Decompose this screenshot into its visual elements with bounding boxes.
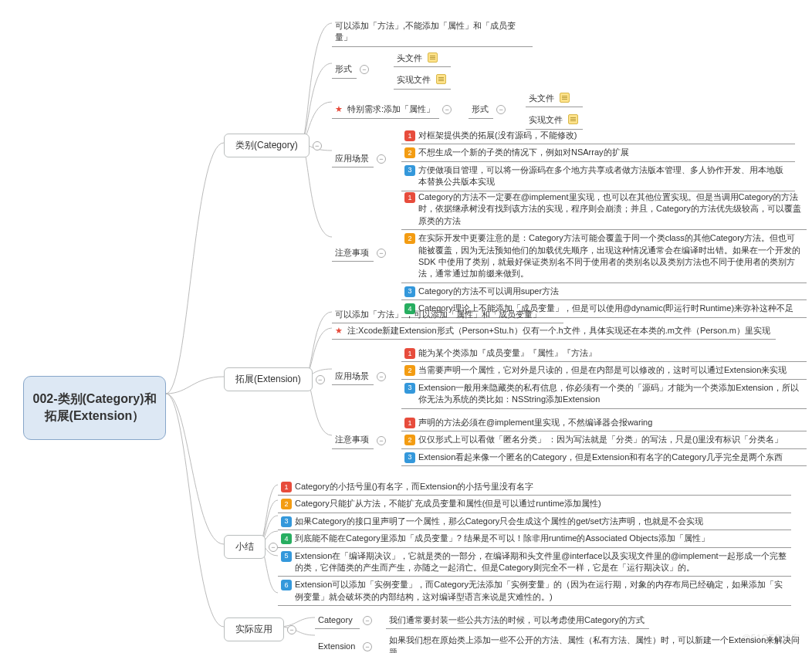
notes-label: 注意事项 <box>332 245 374 262</box>
section-summary[interactable]: 小结 <box>224 535 266 559</box>
summary-item: 6Extension可以添加「实例变量」，而Category无法添加「实例变量」… <box>278 577 791 606</box>
section-practice[interactable]: 实际应用 <box>224 617 284 641</box>
expander-icon[interactable]: − <box>377 154 386 164</box>
note-icon <box>568 114 578 124</box>
section-extension[interactable]: 拓展(Extension) <box>224 367 313 391</box>
scenario-item: 1对框架提供类的拓展(没有源码，不能修改) <box>401 127 795 144</box>
scenario-item: 3方便做项目管理，可以将一份源码在多个地方共享或者做方法版本管理、多人协作开发、… <box>401 162 795 191</box>
expander-icon[interactable]: − <box>377 372 386 381</box>
expander-icon[interactable]: − <box>377 436 386 445</box>
summary-item: 4到底能不能在Category里添加「成员变量」? 结果是不可以！除非用runt… <box>278 530 791 547</box>
section-category[interactable]: 类别(Category) <box>224 134 310 157</box>
extension-note: ★注:Xcode新建Extension形式（Person+Stu.h）仅有一个.… <box>332 323 776 340</box>
summary-item: 5Extension在「编译期决议」，它就是类的一部分，在编译期和头文件里@in… <box>278 548 791 577</box>
root-node[interactable]: 002-类别(Category)和拓展(Extension） <box>23 376 166 440</box>
practice-cat-label: Category <box>315 612 360 629</box>
summary-item: 1Category的小括号里()有名字，而Extension的小括号里没有名字 <box>278 479 791 496</box>
note-icon <box>436 74 446 84</box>
expander-icon[interactable]: − <box>496 105 506 114</box>
note-icon <box>428 52 438 63</box>
practice-ext-label: Extension <box>315 638 360 653</box>
summary-item: 2Category只能扩从方法，不能扩充成员变量和属性(但是可以通过runtim… <box>278 496 791 513</box>
expander-icon[interactable]: − <box>316 375 325 384</box>
star-icon: ★ <box>335 103 343 115</box>
scenario-item: 2不想生成一个新的子类的情况下，例如对NSArray的扩展 <box>401 144 795 161</box>
scenario-item: 1能为某个类添加『成员变量』『属性』『方法』 <box>401 345 807 362</box>
star-icon: ★ <box>335 325 343 337</box>
note-icon <box>560 93 570 103</box>
scenario-label: 应用场景 <box>332 151 374 167</box>
expander-icon[interactable]: − <box>360 65 369 74</box>
note-item: 1声明的方法必须在@implement里实现，不然编译器会报waring <box>401 414 807 431</box>
notes-label: 注意事项 <box>332 431 374 448</box>
expander-icon[interactable]: − <box>363 616 372 625</box>
note-item: 3Category的方法不可以调用super方法 <box>401 283 807 300</box>
expander-icon[interactable]: − <box>313 141 322 151</box>
expander-icon[interactable]: − <box>363 642 372 651</box>
category-cap: 可以添加「方法」,不能添加「属性」和「成员变量」 <box>332 18 533 47</box>
impl-file: 实现文件 <box>394 72 451 89</box>
expander-icon[interactable]: − <box>442 105 452 114</box>
expander-icon[interactable]: − <box>269 543 278 552</box>
header-file: 头文件 <box>526 90 583 107</box>
scenario-label: 应用场景 <box>332 368 374 385</box>
form-label: 形式 <box>332 61 357 78</box>
expander-icon[interactable]: − <box>377 249 386 258</box>
note-item: 1Category的方法不一定要在@implement里实现，也可以在其他位置实… <box>401 189 807 230</box>
note-item: 2在实际开发中更要注意的是：Category方法可能会覆盖于同一个类class的… <box>401 230 807 283</box>
extension-cap: 可以添加「方法」 ，可以添加「属性」和「成员变量」 <box>332 306 563 323</box>
scenario-item: 2当需要声明一个属性，它对外是只读的，但是在内部是可以修改的，这时可以通过Ext… <box>401 362 807 379</box>
expander-icon[interactable]: − <box>287 625 296 634</box>
form-label: 形式 <box>469 101 493 118</box>
note-item: 2仅仅形式上可以看做「匿名分类」 ：因为写法就是「分类」的写法，只是()里没有标… <box>401 431 807 448</box>
special-need: ★特别需求:添加「属性」 <box>332 101 439 118</box>
summary-item: 3如果Category的接口里声明了一个属性，那么Category只会生成这个属… <box>278 513 791 530</box>
note-item: 3Extension看起来像一个匿名的Category，但是Extension和… <box>401 449 807 466</box>
watermark: @51CTO博客 <box>741 632 800 645</box>
practice-cat-text: 我们通常要封装一些公共方法的时候，可以考虑使用Category的方式 <box>386 612 649 629</box>
header-file: 头文件 <box>394 50 451 67</box>
scenario-item: 3Extension一般用来隐藏类的私有信息，你必须有一个类的「源码」才能为一个… <box>401 380 807 409</box>
text: 可以添加「方法」,不能添加「属性」和「成员变量」 <box>335 20 528 44</box>
